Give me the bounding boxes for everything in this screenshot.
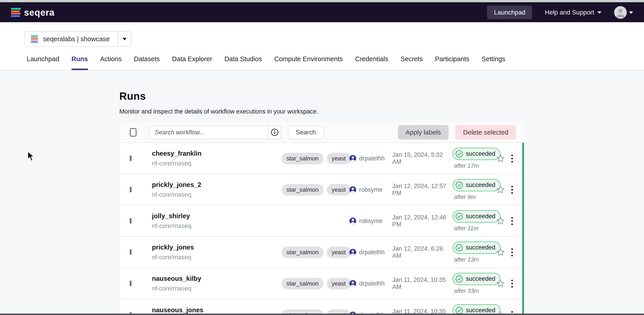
status-label: succeeded — [466, 275, 496, 282]
run-labels: star_salmonyeast — [282, 246, 349, 258]
tab-actions[interactable]: Actions — [100, 55, 122, 70]
help-and-support-menu[interactable]: Help and Support — [545, 9, 602, 16]
star-button[interactable] — [496, 248, 510, 257]
tab-datasets[interactable]: Datasets — [134, 55, 160, 70]
window-bottom-edge — [0, 314, 644, 315]
mouse-cursor — [27, 151, 36, 162]
run-name[interactable]: nauseous_jones — [152, 306, 282, 314]
launchpad-button[interactable]: Launchpad — [487, 6, 532, 19]
search-info-button[interactable] — [268, 126, 281, 139]
status-badge: succeeded — [453, 242, 500, 254]
run-name[interactable]: cheesy_franklin — [152, 150, 282, 157]
row-menu-button[interactable] — [510, 278, 522, 289]
kebab-menu-icon — [510, 184, 515, 196]
status-badge: succeeded — [453, 273, 500, 285]
user-avatar-icon — [349, 155, 356, 162]
run-row[interactable]: nauseous_kilby nf-core/rnaseq star_salmo… — [120, 268, 522, 299]
run-row[interactable]: prickly_jones nf-core/rnaseq star_salmon… — [120, 237, 522, 268]
run-date: Jan 11, 2024, 10:35 AM — [392, 276, 453, 290]
runs-controls-row: Search Apply labels Delete selected — [120, 122, 524, 143]
run-row[interactable]: nauseous_jones nf-core/rnaseq star_salmo… — [120, 299, 522, 315]
seqera-logo[interactable]: seqera — [11, 8, 54, 18]
run-pipeline: nf-core/rnaseq — [152, 160, 282, 167]
brand-wordmark: seqera — [24, 8, 54, 18]
run-name[interactable]: prickly_jones_2 — [152, 181, 282, 189]
search-input[interactable] — [150, 126, 268, 139]
tab-secrets[interactable]: Secrets — [400, 55, 423, 70]
star-button[interactable] — [496, 185, 510, 194]
row-checkbox[interactable] — [130, 218, 132, 224]
star-icon — [496, 185, 505, 194]
row-checkbox[interactable] — [130, 155, 132, 161]
tab-compute-environments[interactable]: Compute Environments — [274, 55, 343, 70]
star-icon — [496, 279, 505, 288]
select-all-checkbox[interactable] — [130, 128, 136, 137]
row-checkbox[interactable] — [130, 280, 132, 286]
label-pill: star_salmon — [282, 153, 324, 164]
chevron-down-icon — [122, 38, 126, 40]
kebab-menu-icon — [510, 215, 515, 227]
status-badge: succeeded — [453, 304, 500, 315]
star-button[interactable] — [496, 279, 510, 288]
apply-labels-button[interactable]: Apply labels — [398, 125, 448, 140]
row-checkbox[interactable] — [130, 249, 132, 255]
star-button[interactable] — [496, 216, 510, 225]
check-circle-icon — [455, 244, 463, 251]
search-button[interactable]: Search — [288, 126, 324, 139]
label-pill: yeast — [327, 246, 351, 258]
run-name[interactable]: jolly_shirley — [152, 212, 282, 220]
run-pipeline: nf-core/rnaseq — [152, 254, 282, 261]
tab-data-explorer[interactable]: Data Explorer — [172, 55, 212, 70]
run-duration: after 33m — [453, 287, 496, 294]
label-pill: yeast — [327, 153, 351, 164]
run-user: drpatelhh — [359, 249, 385, 256]
run-user: robsyme — [359, 186, 383, 193]
workspace-selector[interactable]: seqeralabs | showcase — [24, 31, 131, 47]
run-row[interactable]: jolly_shirley nf-core/rnaseq robsyme Jan… — [120, 206, 522, 237]
tab-settings[interactable]: Settings — [482, 55, 506, 70]
status-label: succeeded — [466, 150, 496, 157]
status-badge: succeeded — [453, 148, 500, 160]
star-icon — [496, 154, 505, 163]
help-and-support-label: Help and Support — [545, 9, 594, 16]
run-pipeline: nf-core/rnaseq — [152, 285, 282, 292]
run-row[interactable]: cheesy_franklin nf-core/rnaseq star_salm… — [120, 143, 522, 174]
label-pill: star_salmon — [282, 246, 324, 258]
delete-selected-button[interactable]: Delete selected — [455, 125, 516, 140]
chevron-down-icon — [597, 11, 602, 14]
star-button[interactable] — [496, 154, 510, 163]
run-labels: star_salmonyeast — [282, 153, 349, 164]
status-label: succeeded — [466, 182, 496, 189]
tab-credentials[interactable]: Credentials — [355, 55, 388, 70]
browser-edge-strip — [0, 0, 644, 3]
tab-participants[interactable]: Participants — [435, 55, 470, 70]
run-name[interactable]: prickly_jones — [152, 244, 282, 251]
user-avatar-icon — [349, 217, 356, 225]
info-icon — [271, 129, 278, 136]
check-circle-icon — [455, 213, 463, 220]
row-menu-button[interactable] — [510, 215, 522, 227]
run-name[interactable]: nauseous_kilby — [152, 275, 282, 282]
chevron-down-icon — [629, 11, 633, 14]
tab-launchpad[interactable]: Launchpad — [27, 55, 59, 70]
tab-runs[interactable]: Runs — [72, 55, 88, 70]
row-menu-button[interactable] — [510, 246, 522, 258]
check-circle-icon — [455, 275, 463, 283]
kebab-menu-icon — [510, 246, 515, 258]
person-icon — [614, 6, 627, 19]
workspace-name: seqeralabs | showcase — [43, 35, 110, 43]
row-menu-button[interactable] — [510, 184, 522, 196]
runs-list: cheesy_franklin nf-core/rnaseq star_salm… — [120, 143, 524, 315]
search-box — [149, 126, 281, 139]
avatar — [614, 6, 627, 19]
status-label: succeeded — [466, 244, 496, 251]
runs-table-card: Search Apply labels Delete selected chee… — [120, 122, 524, 315]
tab-data-studios[interactable]: Data Studios — [224, 55, 262, 70]
user-menu[interactable] — [614, 6, 633, 19]
user-avatar-icon — [349, 249, 356, 256]
status-label: succeeded — [466, 307, 496, 314]
row-checkbox[interactable] — [130, 187, 132, 192]
workspace-dropdown-toggle[interactable] — [118, 32, 131, 46]
run-row[interactable]: prickly_jones_2 nf-core/rnaseq star_salm… — [120, 174, 522, 206]
row-menu-button[interactable] — [510, 153, 522, 164]
